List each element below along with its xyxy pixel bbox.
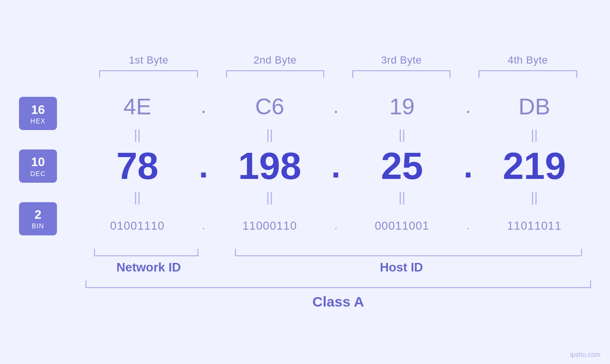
bin-val-3: 00011001 (346, 219, 459, 233)
byte-label-4: 4th Byte (465, 54, 591, 66)
network-host-labels-row: Network ID Host ID (85, 260, 591, 275)
class-label: Class A (312, 294, 364, 310)
dec-val-3: 25 (346, 144, 459, 188)
hex-badge: 16 HEX (19, 97, 57, 130)
network-id-label: Network ID (85, 260, 212, 275)
hex-val-1: 4E (81, 93, 194, 120)
hex-val-3: 19 (346, 93, 459, 120)
dec-badge-name: DEC (30, 170, 46, 177)
byte-label-2: 2nd Byte (212, 54, 338, 66)
base-labels: 16 HEX 10 DEC 2 BIN (19, 87, 81, 245)
dot-1-bin: . (194, 220, 213, 232)
bracket-top-1 (99, 70, 198, 78)
network-bracket-bottom (94, 249, 198, 256)
byte-label-1: 1st Byte (85, 54, 212, 66)
main-container: 1st Byte 2nd Byte 3rd Byte 4th Byte 16 H… (0, 0, 610, 364)
bracket-cell-4 (465, 70, 591, 78)
dot-3-hex: . (459, 96, 478, 117)
bin-val-2: 11000110 (213, 219, 327, 233)
host-bracket-bottom (235, 249, 582, 256)
host-bracket-area (226, 249, 591, 256)
content-area: 16 HEX 10 DEC 2 BIN 4E . C6 (19, 87, 591, 245)
dot-1-dec: . (194, 147, 213, 185)
dot-2-hex: . (327, 96, 346, 117)
bracket-cell-3 (338, 70, 465, 78)
dot-3-bin: . (459, 220, 478, 232)
dec-badge-number: 10 (31, 155, 45, 169)
bracket-cell-1 (85, 70, 212, 78)
byte-label-3: 3rd Byte (338, 54, 465, 66)
dec-val-2: 198 (213, 144, 327, 188)
values-grid: 4E . C6 . 19 . DB || || (81, 87, 591, 245)
bin-val-1: 01001110 (81, 219, 194, 233)
dec-val-1: 78 (81, 144, 194, 188)
bottom-section: Network ID Host ID Class A (19, 249, 591, 310)
bin-val-4: 11011011 (478, 219, 591, 233)
class-bracket-bottom (85, 280, 591, 288)
bracket-cell-2 (212, 70, 338, 78)
eq-2: || (213, 127, 327, 142)
dec-row: 78 . 198 . 25 . 219 (81, 144, 591, 188)
hex-val-4: DB (478, 93, 591, 120)
bin-row: 01001110 . 11000110 . 00011001 . 1101101… (81, 207, 591, 245)
bin-badge-name: BIN (32, 222, 44, 230)
equals-row-2: || || || || (81, 188, 591, 207)
hex-val-2: C6 (213, 93, 327, 120)
dec-badge: 10 DEC (19, 149, 57, 183)
byte-labels-row: 1st Byte 2nd Byte 3rd Byte 4th Byte (19, 54, 591, 66)
bracket-top-2 (226, 70, 325, 78)
host-id-label: Host ID (212, 260, 591, 275)
eq-3: || (346, 127, 459, 142)
eq2-1: || (81, 190, 194, 205)
hex-row: 4E . C6 . 19 . DB (81, 87, 591, 125)
bracket-top-4 (479, 70, 577, 78)
dec-val-4: 219 (478, 144, 591, 188)
bin-badge: 2 BIN (19, 202, 57, 235)
class-row: Class A (85, 280, 591, 310)
hex-badge-name: HEX (30, 117, 46, 125)
eq2-3: || (346, 190, 459, 205)
top-brackets-row (19, 70, 591, 78)
eq-4: || (478, 127, 591, 142)
eq2-2: || (213, 190, 327, 205)
watermark: ipshu.com (570, 351, 601, 358)
bracket-top-3 (352, 70, 451, 78)
network-bracket-area (85, 249, 207, 256)
bin-badge-number: 2 (35, 207, 41, 222)
dot-2-dec: . (327, 147, 346, 185)
eq2-4: || (478, 190, 591, 205)
hex-badge-number: 16 (31, 103, 45, 117)
network-host-bracket-row (85, 249, 591, 256)
dot-3-dec: . (459, 147, 478, 185)
dot-2-bin: . (327, 220, 346, 232)
eq-1: || (81, 127, 194, 142)
dot-1-hex: . (194, 96, 213, 117)
equals-row-1: || || || || (81, 125, 591, 144)
